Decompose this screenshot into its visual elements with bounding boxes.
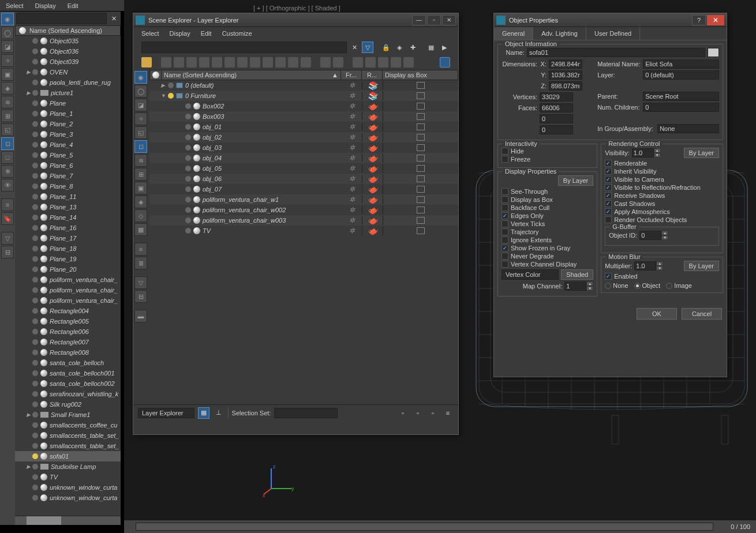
se-row[interactable]: Box002✲🫖 <box>149 101 458 111</box>
minimize-button[interactable]: — <box>412 15 426 25</box>
dialog-titlebar[interactable]: Scene Explorer - Layer Explorer — ▫ ✕ <box>133 13 458 27</box>
se-tb-15[interactable]: ⊟ <box>134 290 147 303</box>
bone-icon[interactable]: ⊡ <box>1 137 14 150</box>
list-item[interactable]: ▶picture1 <box>15 88 121 98</box>
chk-degrade[interactable] <box>501 253 508 260</box>
list-icon[interactable]: ≡ <box>1 198 14 211</box>
list-item[interactable]: ▶Small Frame1 <box>15 410 121 420</box>
explorer-dropdown[interactable]: Layer Explorer <box>138 408 194 418</box>
se-row[interactable]: obj_02✲🫖 <box>149 132 458 142</box>
collapse-icon[interactable]: ⊟ <box>1 246 14 258</box>
name-input[interactable] <box>527 48 705 57</box>
se-arrow-icon[interactable]: ▶ <box>439 42 450 53</box>
bylayer-mblur-button[interactable]: By Layer <box>684 261 719 271</box>
filter-15[interactable] <box>353 57 363 67</box>
se-broom-icon[interactable] <box>141 57 152 67</box>
filter-5[interactable] <box>212 57 222 67</box>
chk-seethru[interactable] <box>501 188 508 195</box>
se-btn-menu[interactable]: ≡ <box>442 407 454 419</box>
list-item[interactable]: Plane_6 <box>15 160 121 171</box>
list-item[interactable]: Plane_18 <box>15 243 121 254</box>
list-item[interactable]: Object036 <box>15 46 121 57</box>
list-item[interactable]: ▶OVEN <box>15 67 121 77</box>
se-row[interactable]: poliform_ventura_chair_w003✲🫖 <box>149 215 458 226</box>
list-item[interactable]: poliform_ventura_chair_ <box>15 275 121 285</box>
tab-adv-lighting[interactable]: Adv. Lighting <box>533 27 586 40</box>
filter-icon[interactable]: ▽ <box>1 232 14 245</box>
chk-vtxchan[interactable] <box>501 261 508 268</box>
filter-all[interactable] <box>440 57 450 67</box>
chk-vtocam[interactable] <box>605 176 612 183</box>
list-item[interactable]: paola_lenti_dune_rug <box>15 77 121 88</box>
tab-general[interactable]: General <box>494 27 533 40</box>
list-item[interactable]: Plane_7 <box>15 171 121 181</box>
ok-button[interactable]: OK <box>637 308 677 320</box>
globe-icon[interactable]: ◉ <box>1 13 14 25</box>
frozen-icon[interactable]: ❄ <box>1 165 14 178</box>
filter-4[interactable] <box>199 57 209 67</box>
se-row[interactable]: obj_05✲🫖 <box>149 163 458 174</box>
chk-inherit[interactable] <box>605 168 612 175</box>
list-item[interactable]: Plane_4 <box>15 140 121 150</box>
list-item[interactable]: Silk rug002 <box>15 399 121 410</box>
se-tb-12[interactable]: ≡ <box>134 243 147 256</box>
list-item[interactable]: serafinozani_whistling_k <box>15 389 121 399</box>
se-menu-customize[interactable]: Customize <box>222 30 252 37</box>
se-row[interactable]: ▼0 Furniture✲📚 <box>149 91 458 101</box>
filter-9[interactable] <box>263 57 273 67</box>
xref-icon[interactable]: ◱ <box>1 123 14 136</box>
vtxcolor-dropdown[interactable]: Vertex Color <box>501 269 559 280</box>
list-item[interactable]: Rectangle005 <box>15 316 121 326</box>
menu-select[interactable]: Select <box>6 2 24 9</box>
list-item[interactable]: sofa01 <box>15 451 121 461</box>
chk-traj[interactable] <box>501 228 508 235</box>
se-lock-icon[interactable]: 🔒 <box>380 42 392 53</box>
se-tb-5[interactable]: ⊡ <box>134 140 147 153</box>
list-item[interactable]: Plane_1 <box>15 108 121 119</box>
list-item[interactable]: santa_cole_belloch <box>15 358 121 368</box>
shaded-button[interactable]: Shaded <box>561 269 593 280</box>
list-item[interactable]: Plane_13 <box>15 202 121 212</box>
se-row[interactable]: Box003✲🫖 <box>149 111 458 122</box>
list-item[interactable]: Object039 <box>15 57 121 67</box>
chk-frozen[interactable] <box>501 245 508 252</box>
timeline-scrollbar[interactable] <box>136 523 713 531</box>
se-tb-14[interactable]: ▽ <box>134 276 147 289</box>
se-search-input[interactable] <box>141 42 347 53</box>
list-item[interactable]: Rectangle008 <box>15 347 121 358</box>
bylayer-render-button[interactable]: By Layer <box>684 148 719 158</box>
filter-6[interactable] <box>224 57 235 67</box>
se-tb-7[interactable]: ⊞ <box>134 168 147 181</box>
filter-10[interactable] <box>275 57 286 67</box>
se-tb-6[interactable]: ≋ <box>134 154 147 167</box>
filter-12[interactable] <box>301 57 311 67</box>
maximize-button[interactable]: ▫ <box>427 15 441 25</box>
chk-cast[interactable] <box>605 200 612 207</box>
filter-1[interactable] <box>161 57 171 67</box>
list-item[interactable]: unknown_window_curta <box>15 482 121 493</box>
se-row[interactable]: ▶0 (default)✲📚 <box>149 80 458 91</box>
chk-edges[interactable] <box>501 212 508 219</box>
se-menu-edit[interactable]: Edit <box>201 30 212 37</box>
se-add-icon[interactable]: ✚ <box>407 42 418 53</box>
se-tb-1[interactable]: ◯ <box>134 85 147 97</box>
list-item[interactable]: poliform_ventura_chair_ <box>15 285 121 295</box>
se-row[interactable]: obj_03✲🫖 <box>149 142 458 153</box>
light-icon[interactable]: ✧ <box>1 54 14 67</box>
radio-object[interactable] <box>634 283 641 289</box>
filter-14[interactable] <box>333 57 343 67</box>
se-menu-display[interactable]: Display <box>170 30 190 37</box>
camera-icon[interactable]: ▣ <box>1 68 14 81</box>
menu-edit[interactable]: Edit <box>68 2 78 9</box>
se-tb-9[interactable]: ◈ <box>134 196 147 208</box>
list-item[interactable]: Plane_17 <box>15 233 121 243</box>
axis-gizmo[interactable]: z y x <box>263 463 297 497</box>
filter-3[interactable] <box>186 57 197 67</box>
list-item[interactable]: Plane_2 <box>15 119 121 129</box>
filter-17[interactable] <box>378 57 388 67</box>
filter-13[interactable] <box>320 57 331 67</box>
list-item[interactable]: Plane_19 <box>15 254 121 264</box>
space-warp-icon[interactable]: ≋ <box>1 96 14 108</box>
chk-displaybox[interactable] <box>501 196 508 203</box>
se-tb-10[interactable]: ◇ <box>134 209 147 222</box>
